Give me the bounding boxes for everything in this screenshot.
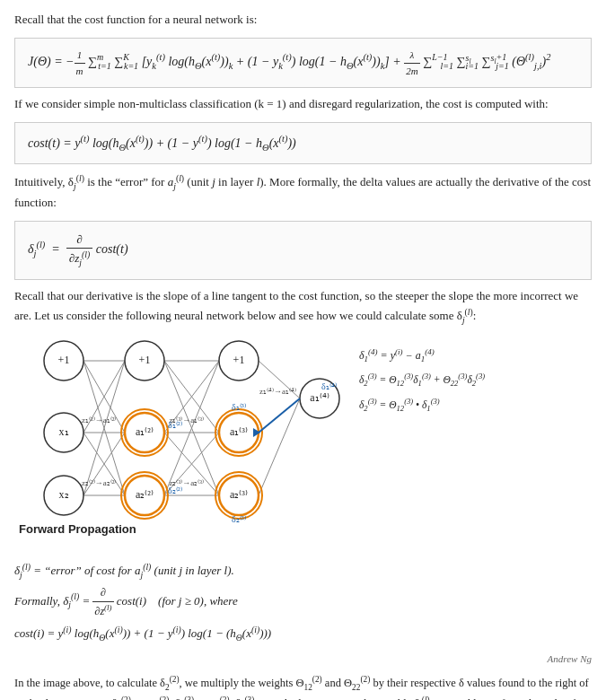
intro-section: Recall that the cost function for a neur… [14,11,592,29]
error-line3: cost(i) = y(i) log(hΘ(x(i))) + (1 − y(i)… [14,623,592,644]
bottom-paragraph: In the image above, to calculate δ2(2), … [14,673,592,700]
derivative-section: Recall that our derivative is the slope … [14,287,592,327]
simple-cost-box: cost(t) = y(t) log(hΘ(x(t))) + (1 − y(t)… [14,122,592,164]
intro-text: Recall that the cost function for a neur… [14,11,592,29]
eq1: δ1(4) = y(i) − a1(4) [359,345,592,367]
eq3: δ2(3) = Θ12(3) • δ1(3) [359,395,592,416]
delta-intro-section: Intuitively, δj(l) is the “error” for aj… [14,171,592,211]
error-line1: δj(l) = “error” of cost for aj(l) (unit … [14,560,592,582]
eq2: δ2(3) = Θ12(3)δ1(3) + Θ22(3)δ2(3) [359,370,592,391]
nn-equations-right: δ1(4) = y(i) − a1(4) δ2(3) = Θ12(3)δ1(3)… [359,336,592,556]
cost-function-box: J(Θ) = −1m ∑mt=1 ∑Kk=1 [yk(t) log(hΘ(x(t… [14,38,592,88]
bottom-text-content: In the image above, to calculate δ2(2), … [14,673,592,700]
delta-intro-text: Intuitively, δj(l) is the “error” for aj… [14,171,592,211]
error-text-section: δj(l) = “error” of cost for aj(l) (unit … [14,560,592,643]
nn-diagram-left [14,336,356,556]
multiclass-section: If we consider simple non-multiclass cla… [14,95,592,113]
cost-function-formula: J(Θ) = −1m ∑mt=1 ∑Kk=1 [yk(t) log(hΘ(x(t… [28,55,550,68]
nn-diagram-container: δ1(4) = y(i) − a1(4) δ2(3) = Θ12(3)δ1(3)… [14,336,592,556]
nn-canvas [14,336,347,551]
delta-formula-box: δj(l) = ∂ ∂zj(l) cost(t) [14,221,592,280]
simple-cost-formula: cost(t) = y(t) log(hΘ(x(t))) + (1 − y(t)… [28,136,296,150]
author-label: Andrew Ng [14,652,592,667]
derivative-text: Recall that our derivative is the slope … [14,287,592,327]
delta-formula: δj(l) = ∂ ∂zj(l) cost(t) [28,242,128,256]
error-line2: Formally, δj(l) = ∂ ∂z(l) cost(i) (for j… [14,584,592,619]
multiclass-text: If we consider simple non-multiclass cla… [14,95,592,113]
